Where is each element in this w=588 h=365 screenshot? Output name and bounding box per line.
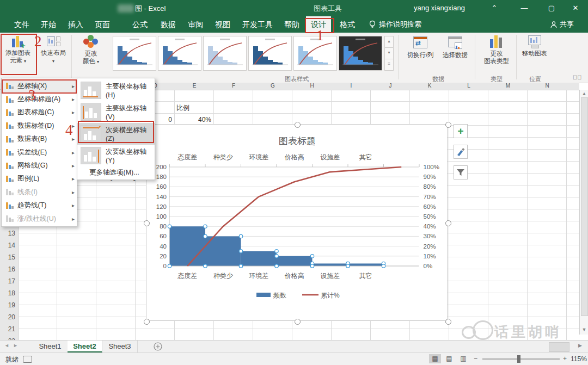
chart-filter-flyout-button[interactable] (454, 165, 468, 180)
column-header-letter[interactable]: F (232, 83, 235, 89)
submenu-item-primary-horizontal-axis[interactable]: 主要横坐标轴(H) (77, 79, 155, 101)
document-title: 图 - Excel (135, 4, 166, 14)
tab-developer[interactable]: 开发工具 (237, 16, 278, 33)
worksheet-cell-value[interactable]: 40% (191, 115, 211, 125)
menu-item-trendline[interactable]: 趋势线(T)▸ (2, 199, 77, 212)
gallery-scroll-down-icon[interactable]: ▾ (384, 47, 394, 59)
chart-styles-gallery[interactable] (112, 33, 384, 75)
chart-style-thumbnail[interactable] (158, 36, 201, 71)
horizontal-scroll-thumb[interactable] (549, 342, 569, 352)
svg-text:120: 120 (156, 203, 167, 210)
row-header-number[interactable]: 16 (0, 265, 15, 273)
column-header-letter[interactable]: N (545, 83, 549, 89)
quick-layout-button[interactable]: 快速布局▾ (37, 34, 70, 73)
tab-file[interactable]: 文件 (10, 16, 34, 33)
column-header-letter[interactable]: G (271, 83, 275, 89)
scroll-up-icon[interactable]: ▲ (580, 91, 588, 96)
tab-review[interactable]: 审阅 (184, 16, 207, 33)
row-header-number[interactable]: 18 (0, 289, 15, 297)
zoom-slider-track[interactable] (482, 358, 560, 360)
worksheet-cell-value[interactable]: 比例 (176, 103, 209, 113)
tab-data[interactable]: 数据 (157, 16, 180, 33)
minimize-icon[interactable]: — (516, 3, 532, 13)
row-header-number[interactable]: 13 (0, 230, 15, 237)
zoom-slider-thumb[interactable] (517, 355, 520, 363)
chart-selection-handle[interactable] (295, 319, 301, 325)
row-header-number[interactable]: 21 (0, 325, 15, 333)
tab-format[interactable]: 格式 (335, 16, 359, 33)
chart-selection-handle[interactable] (445, 319, 451, 325)
sheet-tab-sheet2[interactable]: Sheet2 (68, 341, 102, 352)
vertical-scroll-thumb[interactable] (581, 97, 588, 316)
new-sheet-icon[interactable] (154, 342, 162, 353)
hscroll-right-icon[interactable]: ▶ (578, 343, 582, 348)
submenu-item-secondary-vertical-axis[interactable]: 次要纵坐标轴(Y) (77, 145, 155, 166)
share-button[interactable]: 共享 (560, 16, 579, 33)
tab-page-layout[interactable]: 页面 (90, 16, 114, 33)
close-icon[interactable]: ✕ (567, 3, 584, 13)
row-header-number[interactable]: 20 (0, 313, 15, 321)
menu-item-legend[interactable]: 图例(L)▸ (2, 172, 77, 185)
row-header-number[interactable]: 14 (0, 242, 15, 249)
chart-style-thumbnail[interactable] (203, 36, 247, 71)
tell-me-search[interactable]: 操作说明搜索 (379, 16, 439, 33)
chart-style-thumbnail[interactable] (293, 36, 337, 71)
chart-style-thumbnail[interactable] (113, 36, 156, 71)
zoom-percentage[interactable]: 115% (571, 355, 587, 363)
row-header-number[interactable]: 15 (0, 253, 15, 261)
tab-view[interactable]: 视图 (211, 16, 234, 33)
chart-style-flyout-button[interactable] (454, 145, 468, 159)
chart-selection-handle[interactable] (144, 319, 150, 325)
chart-selection-handle[interactable] (445, 122, 451, 128)
change-colors-button[interactable]: 更改颜色 ▾ (75, 34, 107, 73)
row-header-number[interactable]: 19 (0, 301, 15, 309)
sheet-tab-sheet3[interactable]: Sheet3 (102, 341, 138, 352)
view-page-layout-icon[interactable]: ▤ (443, 354, 455, 363)
column-header-letter[interactable]: K (428, 83, 432, 89)
column-header-letter[interactable]: J (389, 83, 392, 89)
change-chart-type-button[interactable]: 更改图表类型 (479, 34, 514, 73)
gallery-more-icon[interactable]: ≡ (384, 59, 394, 71)
chart-selection-handle[interactable] (144, 220, 150, 226)
chart-add-element-flyout-button[interactable]: + (454, 124, 468, 138)
menu-item-gridlines[interactable]: 网格线(G)▸ (2, 159, 77, 172)
pareto-chart[interactable]: 200180160140120100806040200100%90%80%70%… (146, 124, 448, 321)
ribbon-display-options-icon[interactable]: ⌃ (486, 3, 503, 13)
chart-style-thumbnail[interactable] (339, 36, 382, 71)
sheet-tab-sheet1[interactable]: Sheet1 (33, 341, 68, 352)
zoom-out-icon[interactable]: − (474, 355, 477, 362)
menu-item-chart-title[interactable]: 图表标题(C)▸ (2, 106, 77, 119)
column-header-letter[interactable]: L (467, 83, 470, 89)
column-header-letter[interactable]: H (310, 83, 314, 89)
select-data-button[interactable]: 选择数据 (439, 34, 471, 73)
tab-home[interactable]: 开始 (37, 16, 60, 33)
menu-item-error-bars[interactable]: 误差线(E)▸ (2, 146, 77, 159)
zoom-in-icon[interactable]: + (563, 355, 567, 362)
move-chart-button[interactable]: 移动图表 (518, 34, 551, 73)
gallery-scroll-up-icon[interactable]: ▴ (384, 36, 394, 48)
chart-title-icon (6, 109, 14, 116)
tab-insert[interactable]: 插入 (64, 16, 87, 33)
svg-text:环境差: 环境差 (248, 272, 268, 280)
sheet-nav-right-icon[interactable]: ► (13, 343, 18, 348)
sheet-nav-left-icon[interactable]: ◄ (4, 343, 9, 348)
column-header-letter[interactable]: I (351, 83, 352, 89)
submenu-item-primary-vertical-axis[interactable]: 主要纵坐标轴(V) (77, 101, 155, 123)
switch-row-column-button[interactable]: ⇄ 切换行/列 (403, 34, 438, 73)
maximize-icon[interactable]: ▢ (543, 3, 560, 13)
view-page-break-icon[interactable]: ▥ (457, 354, 469, 363)
macro-record-icon[interactable] (23, 356, 32, 363)
chart-selection-handle[interactable] (295, 122, 301, 128)
pin-ribbon-icon[interactable]: ⊣⃞ (573, 74, 582, 81)
view-normal-icon[interactable]: ▦ (429, 354, 441, 363)
column-header-letter[interactable]: M (506, 83, 510, 89)
column-header-letter[interactable]: E (193, 83, 197, 89)
row-header-number[interactable]: 17 (0, 277, 15, 285)
vertical-scrollbar[interactable]: ▲ ▼ (579, 90, 588, 335)
tab-formulas[interactable]: 公式 (128, 16, 151, 33)
tab-help[interactable]: 帮助 (280, 16, 304, 33)
menu-item-axis-titles[interactable]: 坐标轴标题(A)▸ (2, 92, 77, 106)
chart-selection-handle[interactable] (445, 220, 451, 226)
chart-style-thumbnail[interactable] (248, 36, 292, 71)
submenu-item-more-axis-options[interactable]: 更多轴选项(M)... (77, 166, 155, 178)
